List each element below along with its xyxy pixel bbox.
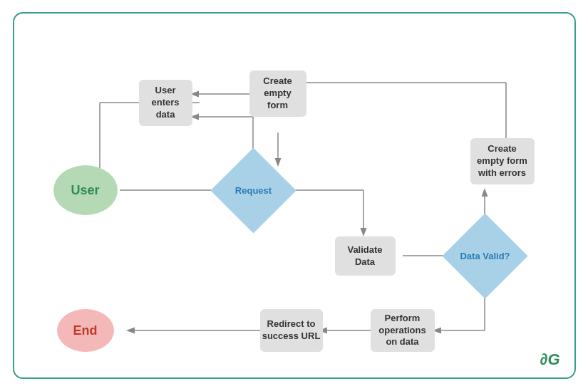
validate-data-label: ValidateData — [347, 244, 382, 269]
redirect-success-node: Redirect tosuccess URL — [260, 309, 323, 352]
user-label: User — [71, 183, 99, 198]
end-label: End — [73, 323, 98, 338]
redirect-success-label: Redirect tosuccess URL — [262, 318, 321, 343]
perform-operations-node: Performoperationson data — [371, 309, 435, 352]
validate-data-node: ValidateData — [335, 236, 396, 276]
end-node: End — [57, 309, 114, 352]
create-empty-form-errors-node: Createempty formwith errors — [470, 138, 535, 184]
request-label: Request — [234, 185, 271, 196]
create-empty-form-label: Createemptyform — [263, 75, 292, 112]
data-valid-diamond: Data Valid? — [442, 213, 527, 298]
request-diamond: Request — [210, 147, 296, 233]
create-empty-form-node: Createemptyform — [249, 71, 306, 117]
perform-operations-label: Performoperationson data — [378, 313, 425, 349]
user-enters-data-node: Userentersdata — [139, 80, 192, 126]
user-node: User — [53, 165, 118, 215]
user-enters-data-label: Userentersdata — [151, 85, 179, 121]
data-valid-label: Data Valid? — [460, 251, 510, 261]
diagram-container: User End Userentersdata Createemptyform … — [13, 12, 576, 379]
gfg-logo: ∂G — [540, 350, 560, 369]
create-empty-form-errors-label: Createempty formwith errors — [477, 143, 527, 179]
